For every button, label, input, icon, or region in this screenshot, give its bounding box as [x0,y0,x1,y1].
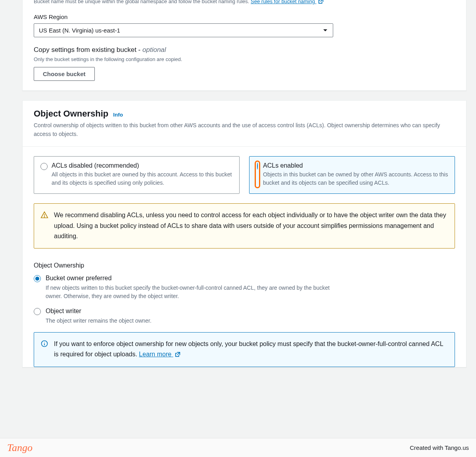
radio-icon [34,308,41,315]
radio-icon [34,275,41,282]
radio-icon [257,163,258,170]
ownership-info-link[interactable]: Info [113,112,123,118]
highlight-ring [256,162,259,187]
external-link-icon [318,0,324,6]
ownership-title: Object Ownership [34,109,108,119]
ownership-sub-section: Object Ownership Bucket owner preferred … [23,249,466,367]
acl-tile-row: ACLs disabled (recommended) All objects … [23,147,466,194]
tango-logo: Tango [7,442,33,454]
radio-icon [40,163,48,170]
bucket-owner-preferred-option[interactable]: Bucket owner preferred [34,275,455,282]
copy-settings-help: Only the bucket settings in the followin… [34,55,455,63]
bucket-owner-preferred-title: Bucket owner preferred [46,275,111,282]
external-link-icon [175,350,180,360]
copy-settings-label: Copy settings from existing bucket - opt… [34,46,455,54]
form-scroll-area: Bucket name must be unique within the gl… [0,0,476,457]
info-icon [40,340,48,361]
bucket-owner-preferred-desc: If new objects written to this bucket sp… [46,284,335,300]
ownership-sub-label: Object Ownership [34,262,455,269]
region-label: AWS Region [34,13,455,20]
acl-warning-text: We recommend disabling ACLs, unless you … [54,210,447,241]
ownership-header: Object Ownership Info Control ownership … [23,101,466,147]
caret-down-icon [323,27,328,33]
choose-bucket-button[interactable]: Choose bucket [34,67,95,81]
learn-more-link[interactable]: Learn more [139,351,180,358]
object-writer-option[interactable]: Object writer [34,308,455,315]
tango-credit: Created with Tango.us [410,444,469,451]
object-writer-title: Object writer [46,308,81,315]
bucket-name-help-text: Bucket name must be unique within the gl… [34,0,249,4]
svg-point-4 [44,342,45,342]
tango-footer: Tango Created with Tango.us [0,438,476,457]
region-select[interactable]: US East (N. Virginia) us-east-1 [34,23,333,37]
acls-disabled-desc: All objects in this bucket are owned by … [52,170,233,187]
enforce-info-text: If you want to enforce object ownership … [54,339,447,361]
acls-enabled-tile[interactable]: ACLs enabled Objects in this bucket can … [249,156,455,194]
acls-disabled-title: ACLs disabled (recommended) [52,162,233,169]
bucket-name-help: Bucket name must be unique within the gl… [34,0,455,6]
region-select-value: US East (N. Virginia) us-east-1 [34,23,333,37]
rules-link[interactable]: See rules for bucket naming [251,0,324,4]
warning-icon [40,211,48,241]
object-ownership-panel: Object Ownership Info Control ownership … [22,100,466,367]
acls-enabled-title: ACLs enabled [263,162,448,169]
acls-enabled-desc: Objects in this bucket can be owned by o… [263,170,448,187]
object-writer-desc: The object writer remains the object own… [46,317,335,325]
acl-warning-alert: We recommend disabling ACLs, unless you … [34,203,455,248]
acls-disabled-tile[interactable]: ACLs disabled (recommended) All objects … [34,156,240,194]
general-config-panel: Bucket name must be unique within the gl… [22,0,466,91]
enforce-info-alert: If you want to enforce object ownership … [34,332,455,367]
svg-point-1 [44,217,44,217]
ownership-desc: Control ownership of objects written to … [34,121,455,138]
